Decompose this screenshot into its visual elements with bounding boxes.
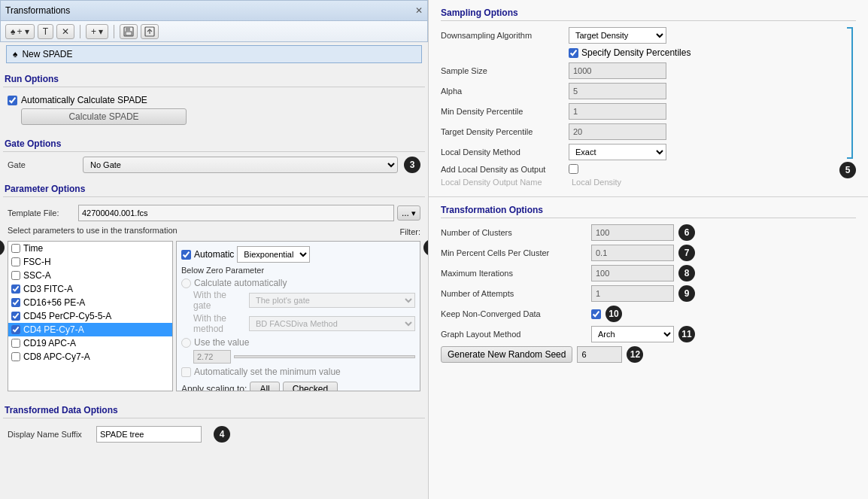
text-button[interactable]: T (38, 24, 53, 39)
param-item-cd3[interactable]: CD3 FITC-A (8, 282, 172, 296)
with-method-label: With the method (193, 313, 246, 334)
gen-seed-input[interactable] (577, 346, 622, 363)
param-item-cd16[interactable]: CD16+56 PE-A (8, 296, 172, 309)
param-checkbox-cd3[interactable] (11, 284, 20, 294)
param-checkbox-cd4[interactable] (11, 325, 20, 334)
param-item-time[interactable]: Time (8, 242, 172, 255)
icon2-button[interactable] (141, 24, 159, 39)
add-label: + ▾ (17, 26, 29, 37)
auto-min-label: Automatically set the minimum value (194, 367, 341, 377)
gen-seed-row: Generate New Random Seed 12 (441, 346, 856, 363)
value-input[interactable] (193, 350, 231, 364)
num-attempts-label: Number of Attempts (441, 289, 591, 298)
gate-options-header: Gate Options (3, 134, 425, 152)
with-gate-select[interactable]: The plot's gate (249, 293, 415, 308)
param-item-cd8[interactable]: CD8 APC-Cy7-A (8, 350, 172, 364)
display-name-input[interactable] (96, 426, 202, 443)
svg-rect-1 (126, 27, 130, 31)
param-item-ssca[interactable]: SSC-A (8, 269, 172, 282)
param-item-cd45[interactable]: CD45 PerCP-Cy5-5-A (8, 309, 172, 323)
spade-icon: ♠ (11, 26, 15, 37)
use-value-label: Use the value (194, 337, 249, 348)
use-value-row: Use the value (181, 337, 415, 348)
filter-label: Filter: (400, 227, 421, 236)
param-checkbox-cd8[interactable] (11, 352, 20, 361)
keep-non-converged-checkbox[interactable] (591, 309, 601, 319)
auto-min-checkbox[interactable] (181, 367, 191, 377)
param-checkbox-fsch[interactable] (11, 257, 20, 266)
calc-spade-button[interactable]: Calculate SPADE (21, 108, 187, 125)
param-item-fsch[interactable]: FSC-H (8, 255, 172, 269)
add-button[interactable]: ♠ + ▾ (5, 24, 35, 39)
slider[interactable] (234, 355, 415, 358)
param-item-cd19[interactable]: CD19 APC-A (8, 336, 172, 350)
callout-6: 6 (678, 224, 695, 241)
max-iterations-row: Maximum Iterations 8 (441, 265, 856, 281)
gate-label: Gate (8, 160, 83, 169)
use-value-radio[interactable] (181, 338, 191, 348)
apply-label: Apply scaling to: (181, 384, 247, 391)
right-panel: Sampling Options Downsampling Algorithm … (429, 0, 868, 499)
calc-auto-radio[interactable] (181, 278, 191, 288)
callout-10: 10 (605, 306, 622, 322)
gen-seed-button[interactable]: Generate New Random Seed (441, 346, 572, 363)
add-local-density-checkbox[interactable] (569, 164, 578, 174)
bracket-shape (847, 27, 853, 159)
specify-density-row: Specify Density Percentiles (441, 47, 835, 58)
with-gate-row: With the gate The plot's gate (193, 290, 415, 311)
spade-item[interactable]: ♠ New SPADE (6, 45, 422, 63)
alpha-input[interactable] (569, 83, 666, 99)
algorithm-select[interactable]: Target Density (569, 27, 666, 44)
max-iterations-input[interactable] (591, 265, 674, 281)
num-clusters-input[interactable] (591, 224, 674, 241)
min-percent-input[interactable] (591, 245, 674, 261)
with-method-row: With the method BD FACSDiva Method (193, 313, 415, 334)
spade-row: ♠ New SPADE (0, 42, 428, 66)
add-local-density-label: Add Local Density as Output (441, 165, 569, 174)
sample-size-input[interactable] (569, 62, 666, 79)
param-item-cd4[interactable]: CD4 PE-Cy7-A (8, 323, 172, 336)
auto-calc-checkbox[interactable] (8, 96, 17, 105)
browse-button[interactable]: ... ▾ (397, 205, 420, 221)
sample-size-row: Sample Size (441, 62, 835, 79)
num-attempts-input[interactable] (591, 285, 674, 302)
transformation-title: Transformation Options (441, 205, 856, 218)
local-density-output-row: Local Density Output Name Local Density (441, 178, 835, 187)
parameter-options-header: Parameter Options (3, 179, 425, 197)
callout-5: 5 (839, 162, 856, 178)
radio-calc-auto[interactable]: Calculate automatically (181, 278, 415, 288)
param-checkbox-cd19[interactable] (11, 339, 20, 348)
close-icon[interactable]: ✕ (415, 5, 423, 16)
graph-layout-select[interactable]: Arch (591, 326, 674, 342)
local-density-method-select[interactable]: Exact (569, 144, 666, 160)
transform-select[interactable]: Biexponential (237, 246, 310, 263)
param-list[interactable]: Time FSC-H SSC-A (8, 241, 173, 391)
callout-2: 2 (423, 239, 428, 256)
add-local-density-row: Add Local Density as Output (441, 164, 835, 174)
delete-button[interactable]: ✕ (56, 24, 74, 39)
target-density-input[interactable] (569, 123, 666, 140)
alpha-label: Alpha (441, 87, 569, 96)
gate-form-row: Gate No Gate 3 (3, 157, 425, 173)
checked-button[interactable]: Checked (283, 382, 338, 391)
min-density-input[interactable] (569, 103, 666, 120)
spade-item-icon: ♠ (13, 49, 17, 59)
template-input[interactable] (78, 205, 394, 221)
auto-checkbox[interactable] (181, 250, 191, 260)
all-button[interactable]: All (250, 382, 279, 391)
min-density-label: Min Density Percentile (441, 107, 569, 116)
gate-select[interactable]: No Gate (83, 157, 398, 173)
add2-label: + ▾ (91, 26, 103, 37)
param-checkbox-cd45[interactable] (11, 312, 20, 321)
icon1-button[interactable] (120, 24, 138, 39)
local-density-method-row: Local Density Method Exact (441, 144, 835, 160)
add2-button[interactable]: + ▾ (86, 24, 108, 39)
bracket-visual (842, 27, 853, 159)
specify-density-checkbox[interactable] (569, 48, 578, 58)
toolbar: ♠ + ▾ T ✕ + ▾ (0, 21, 428, 42)
param-checkbox-cd16[interactable] (11, 298, 20, 307)
param-checkbox-time[interactable] (11, 244, 20, 253)
param-checkbox-ssca[interactable] (11, 271, 20, 280)
max-iterations-label: Maximum Iterations (441, 269, 591, 278)
with-method-select[interactable]: BD FACSDiva Method (249, 316, 415, 331)
